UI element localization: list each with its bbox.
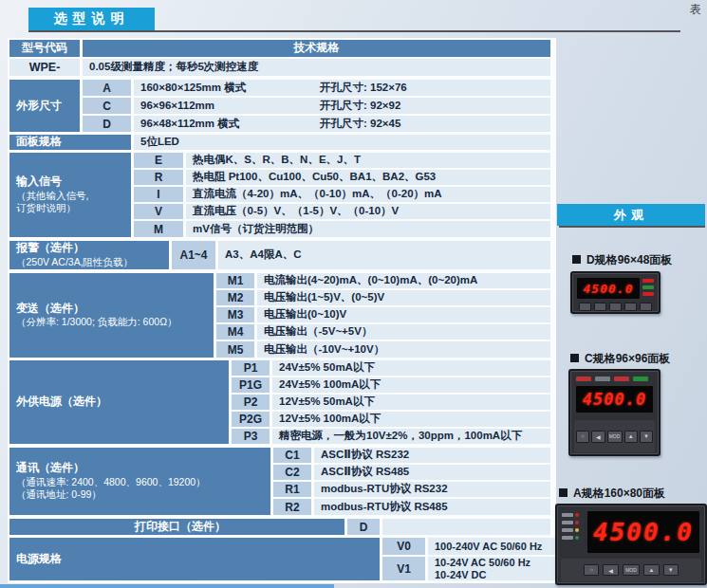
- appearance-title-shadow: [559, 226, 705, 228]
- comm-code-c2: C2: [273, 465, 311, 480]
- input-code-i: I: [134, 187, 183, 202]
- meter-button-shift: ◀: [603, 564, 618, 576]
- transmit-spec-m3: 电压输出(0~10)V: [257, 307, 550, 322]
- led-label-icon: [562, 528, 573, 532]
- panel-a-label-text: A规格160×80面板: [573, 487, 665, 500]
- panel-d-label: D规格96×48面板: [572, 252, 672, 268]
- square-bullet-icon: [570, 354, 579, 362]
- transmit-spec-m4: 电压输出（-5V~+5V）: [257, 324, 550, 340]
- panel-a-display: 4500.0: [587, 511, 699, 553]
- transmit-code-m2: M2: [216, 290, 254, 305]
- power-code-v0: V0: [382, 538, 425, 555]
- led-red-icon: [642, 292, 654, 296]
- dim-spec-d-size: 96×48×112mm 横式: [140, 118, 239, 130]
- transmit-code-m4: M4: [216, 324, 254, 340]
- dim-spec-c-cutout: 开孔尺寸: 92×92: [320, 98, 400, 114]
- alarm-label-sub: （250V AC/3A,阻性负载）: [16, 256, 133, 269]
- comm-label-main: 通讯（选件）: [16, 461, 84, 476]
- panel-c-lower-area: ○ ◀ MOD ▲ ▼: [574, 420, 655, 452]
- extpower-code-p2g: P2G: [232, 412, 270, 427]
- dim-spec-c-size: 96×96×112mm: [140, 100, 214, 112]
- input-spec-e: 热电偶K、S、R、B、N、E、J、T: [186, 153, 550, 168]
- input-code-e: E: [134, 153, 183, 168]
- panel-a-image: 4500.0 ○ ◀ MOD ▲ ▼: [555, 504, 707, 585]
- extpower-spec-p1g: 24V±5% 100mA以下: [272, 377, 550, 393]
- input-label-main: 输入信号: [16, 175, 62, 190]
- meter-button-mod: MOD: [607, 431, 623, 443]
- title-rule: [28, 30, 680, 32]
- page-title: 选型说明: [28, 8, 155, 30]
- led-label-icon: [562, 536, 573, 540]
- spec-sheet-page: 表 选型说明 型号代码 技术规格 WPE- 0.05级测量精度；每秒5次测控速度…: [0, 0, 707, 588]
- extpower-code-p2: P2: [232, 395, 270, 410]
- panel-a-indicator-leds: [562, 513, 585, 551]
- col-header-spec: 技术规格: [83, 40, 550, 57]
- model-spec: 0.05级测量精度；每秒5次测控速度: [83, 59, 550, 76]
- model-code: WPE-: [9, 59, 80, 76]
- panel-a-display-value: 4500.0: [593, 518, 694, 546]
- led-amber-icon: [575, 528, 579, 532]
- comm-spec-c2: ASCⅡ协议 RS485: [314, 465, 550, 480]
- meter-button: [640, 303, 652, 311]
- section-label-dimensions: 外形尺寸: [9, 80, 80, 132]
- comm-code-c1: C1: [273, 448, 311, 463]
- input-label-sub2: 订货时说明）: [16, 202, 76, 215]
- section-label-panel-spec: 面板规格: [9, 135, 131, 150]
- led-red-icon: [642, 279, 654, 283]
- dim-spec-a-cutout: 开孔尺寸: 152×76: [320, 80, 407, 96]
- led-green-icon: [633, 377, 648, 381]
- section-label-print: 打印接口（选件）: [9, 519, 344, 535]
- alarm-label-main: 报警（选件）: [16, 241, 84, 256]
- meter-button: [609, 303, 622, 311]
- led-label-icon: [562, 513, 573, 517]
- comm-label-sub2: （通讯地址: 0-99）: [16, 488, 102, 502]
- panel-c-image: 4500.0 ○ ◀ MOD ▲ ▼: [568, 369, 660, 456]
- panel-d-display: 4500.0: [577, 278, 640, 299]
- page-corner-label: 表: [690, 2, 701, 18]
- led-green-icon: [642, 285, 654, 289]
- meter-button-shift: ◀: [591, 431, 605, 443]
- input-spec-i: 直流电流（4-20）mA、（0-10）mA、（0-20）mA: [186, 187, 550, 202]
- panel-c-indicator-leds: [576, 377, 653, 382]
- power-spec-v0: 100-240V AC 50/60 Hz: [428, 538, 555, 555]
- extpower-code-p1g: P1G: [232, 377, 270, 393]
- power-spec-v1: 10-24V AC 50/60 Hz 10-24V DC: [428, 557, 555, 580]
- transmit-code-m3: M3: [216, 307, 254, 322]
- input-label-sub1: （其他输入信号,: [16, 190, 88, 203]
- input-spec-r: 热电阻 Pt100、Cu100、Cu50、BA1、BA2、G53: [186, 170, 550, 185]
- print-code: D: [347, 519, 380, 535]
- meter-button-up: ▲: [624, 431, 638, 443]
- meter-button-down: ▼: [663, 564, 679, 576]
- comm-spec-c1: ASCⅡ协议 RS232: [314, 448, 550, 463]
- panel-spec-value: 5位LED: [134, 135, 550, 150]
- comm-code-r2: R2: [273, 499, 311, 515]
- power-code-v1: V1: [382, 557, 425, 580]
- meter-button-up: ▲: [643, 564, 659, 576]
- alarm-spec: A3、A4限A、C: [218, 241, 550, 269]
- section-label-power: 电源规格: [9, 538, 380, 580]
- comm-code-r1: R1: [273, 482, 311, 497]
- panel-d-image: 4500.0: [570, 271, 660, 314]
- meter-button: [594, 303, 606, 311]
- input-code-r: R: [134, 170, 183, 185]
- extpower-spec-p1: 24V±5% 50mA以下: [272, 360, 550, 376]
- panel-a-buttons: ○ ◀ MOD ▲ ▼: [584, 564, 679, 576]
- dim-spec-a: 160×80×125mm 横式 开孔尺寸: 152×76: [134, 80, 550, 96]
- square-bullet-icon: [559, 488, 567, 497]
- panel-c-buttons: ○ ◀ MOD ▲ ▼: [576, 431, 653, 442]
- extpower-spec-p2: 12V±5% 50mA以下: [272, 395, 550, 410]
- input-spec-v: 直流电压（0-5）V、（1-5）V、（0-10）V: [186, 204, 550, 219]
- meter-button: [624, 303, 637, 311]
- comm-spec-r2: modbus-RTU协议 RS485: [314, 499, 550, 515]
- section-label-ext-power: 外供电源（选件）: [9, 360, 229, 444]
- meter-button-power: ○: [576, 431, 589, 443]
- power-spec-v1-line2: 10-24V DC: [435, 569, 486, 581]
- alarm-code: A1~4: [172, 241, 215, 269]
- comm-spec-r1: modbus-RTU协议 RS232: [314, 482, 550, 497]
- meter-button-power: ○: [584, 564, 599, 576]
- meter-button: [579, 303, 591, 311]
- led-red-icon: [614, 377, 629, 381]
- led-red-icon: [575, 513, 579, 517]
- comm-label-sub1: （通讯速率: 2400、4800、9600、19200）: [16, 476, 206, 489]
- col-header-model: 型号代码: [9, 40, 80, 57]
